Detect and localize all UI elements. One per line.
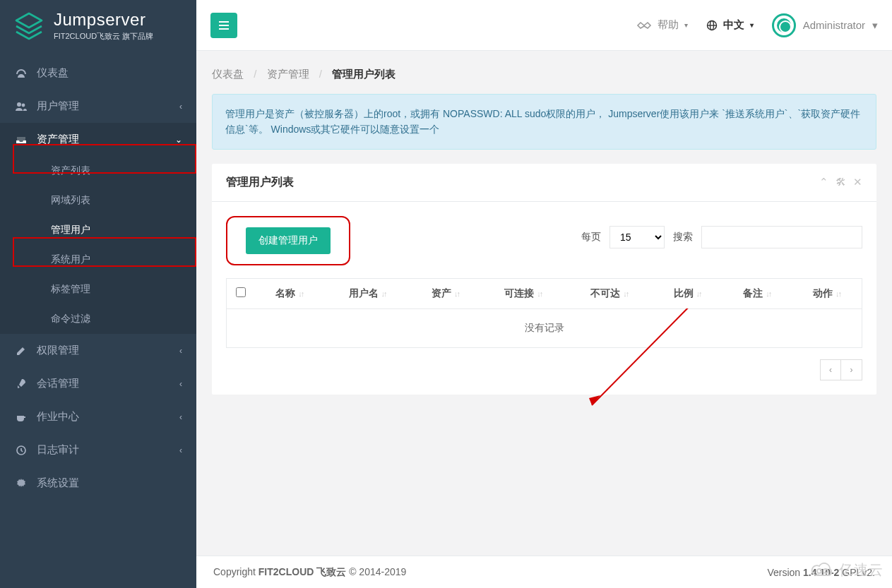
history-icon — [16, 445, 27, 456]
footer: Copyright FIT2CLOUD 飞致云 © 2014-2019 Vers… — [196, 556, 892, 588]
sidebar-item-settings[interactable]: 系统设置 — [0, 467, 196, 500]
submenu-label: 网域列表 — [51, 194, 90, 205]
submenu-asset-list[interactable]: 资产列表 — [0, 156, 196, 186]
handshake-icon — [636, 20, 652, 31]
assets-submenu: 资产列表 网域列表 管理用户 系统用户 标签管理 命令过滤 — [0, 156, 196, 334]
user-menu[interactable]: Administrator ▾ — [772, 13, 878, 37]
help-link[interactable]: 帮助 ▾ — [636, 18, 688, 32]
sort-icon: ↓↑ — [454, 289, 459, 298]
column-header[interactable]: 动作↓↑ — [792, 278, 862, 308]
sidebar-item-sessions[interactable]: 会话管理 ‹ — [0, 367, 196, 400]
gear-icon — [16, 478, 27, 489]
svg-marker-11 — [589, 395, 600, 405]
pagination: ‹ › — [226, 359, 862, 380]
sidebar-brand: Jumpserver FIT2CLOUD飞致云 旗下品牌 — [0, 0, 196, 49]
sort-icon: ↓↑ — [537, 289, 542, 298]
watermark: 亿速云 — [811, 560, 884, 580]
panel-body: 创建管理用户 每页 15 搜索 名称↓↑ 用户名↓↑ 资产↓↑ 可连接↓ — [212, 202, 876, 395]
submenu-domain-list[interactable]: 网域列表 — [0, 186, 196, 215]
column-header[interactable]: 资产↓↑ — [410, 278, 480, 308]
logo-title: Jumpserver — [54, 10, 153, 30]
chevron-left-icon: ‹ — [179, 412, 182, 422]
column-checkbox — [227, 278, 255, 308]
sort-icon: ↓↑ — [696, 289, 701, 298]
footer-copyright: Copyright FIT2CLOUD 飞致云 © 2014-2019 — [213, 566, 406, 579]
language-switch[interactable]: 中文 ▾ — [706, 18, 754, 32]
coffee-icon — [16, 412, 27, 423]
sidebar-item-dashboard[interactable]: 仪表盘 — [0, 56, 196, 90]
sort-icon: ↓↑ — [298, 289, 303, 298]
breadcrumb-item[interactable]: 仪表盘 — [212, 68, 244, 80]
sidebar-item-label: 作业中心 — [37, 410, 79, 424]
submenu-label-mgmt[interactable]: 标签管理 — [0, 275, 196, 304]
select-all-checkbox[interactable] — [236, 287, 246, 297]
sidebar-item-label: 用户管理 — [37, 100, 79, 113]
rocket-icon — [16, 378, 27, 390]
submenu-command-filter[interactable]: 命令过滤 — [0, 304, 196, 334]
sort-icon: ↓↑ — [835, 289, 840, 298]
sidebar-item-label: 资产管理 — [37, 133, 79, 146]
per-page-select[interactable]: 15 — [609, 226, 665, 248]
admin-users-table: 名称↓↑ 用户名↓↑ 资产↓↑ 可连接↓↑ 不可达↓↑ 比例↓↑ 备注↓↑ 动作… — [226, 278, 862, 348]
per-page-label: 每页 — [581, 231, 601, 244]
breadcrumb-separator: / — [254, 68, 256, 80]
breadcrumb-current: 管理用户列表 — [332, 68, 396, 80]
alert-text: 管理用户是资产（被控服务器）上的root，或拥有 NOPASSWD: ALL s… — [225, 108, 860, 135]
help-label: 帮助 — [658, 18, 679, 32]
next-page-button[interactable]: › — [841, 359, 862, 380]
svg-point-13 — [823, 569, 828, 573]
close-icon[interactable]: ✕ — [853, 176, 862, 188]
sidebar-item-label: 会话管理 — [37, 377, 79, 390]
search-input[interactable] — [701, 226, 862, 248]
svg-point-1 — [17, 102, 21, 107]
column-header[interactable]: 不可达↓↑ — [566, 278, 653, 308]
sort-icon: ↓↑ — [766, 289, 771, 298]
submenu-label: 管理用户 — [51, 224, 90, 235]
sidebar-item-label: 权限管理 — [37, 344, 79, 357]
create-admin-user-button[interactable]: 创建管理用户 — [246, 227, 331, 254]
wrench-icon[interactable]: 🛠 — [835, 176, 846, 188]
panel-header: 管理用户列表 ⌃ 🛠 ✕ — [212, 164, 876, 202]
caret-down-icon: ▾ — [872, 19, 878, 32]
collapse-icon[interactable]: ⌃ — [819, 176, 828, 188]
column-header[interactable]: 可连接↓↑ — [480, 278, 566, 308]
info-alert: 管理用户是资产（被控服务器）上的root，或拥有 NOPASSWD: ALL s… — [212, 94, 876, 150]
svg-point-2 — [22, 103, 25, 107]
dashboard-icon — [16, 68, 27, 79]
sidebar-item-perms[interactable]: 权限管理 ‹ — [0, 334, 196, 367]
language-label: 中文 — [723, 18, 744, 32]
globe-icon — [706, 20, 718, 31]
column-header[interactable]: 备注↓↑ — [722, 278, 792, 308]
submenu-label: 命令过滤 — [51, 313, 90, 324]
sidebar-item-assets[interactable]: 资产管理 ⌄ — [0, 123, 196, 156]
submenu-admin-user[interactable]: 管理用户 — [0, 215, 196, 245]
topbar: 帮助 ▾ 中文 ▾ Administrator ▾ — [196, 0, 892, 51]
sidebar-item-users[interactable]: 用户管理 ‹ — [0, 90, 196, 123]
prev-page-button[interactable]: ‹ — [820, 359, 841, 380]
user-name: Administrator — [803, 19, 865, 31]
search-label: 搜索 — [673, 231, 693, 244]
column-header[interactable]: 比例↓↑ — [653, 278, 722, 308]
sidebar-item-label: 系统设置 — [37, 476, 79, 490]
table-controls: 每页 15 搜索 — [581, 226, 862, 248]
edit-icon — [16, 345, 27, 356]
sidebar-item-jobs[interactable]: 作业中心 ‹ — [0, 400, 196, 433]
sort-icon: ↓↑ — [381, 289, 386, 298]
submenu-label: 系统用户 — [51, 253, 90, 265]
breadcrumb: 仪表盘 / 资产管理 / 管理用户列表 — [212, 64, 876, 94]
breadcrumb-item[interactable]: 资产管理 — [267, 68, 309, 80]
sidebar-toggle-button[interactable] — [210, 13, 237, 38]
column-header[interactable]: 名称↓↑ — [255, 278, 325, 308]
users-icon — [16, 101, 27, 112]
chevron-left-icon: ‹ — [179, 346, 182, 356]
chevron-left-icon: ‹ — [179, 379, 182, 389]
main-content: 仪表盘 / 资产管理 / 管理用户列表 管理用户是资产（被控服务器）上的root… — [196, 51, 892, 556]
table-empty-row: 没有记录 — [227, 308, 862, 347]
panel-admin-users: 管理用户列表 ⌃ 🛠 ✕ 创建管理用户 每页 15 搜索 — [212, 164, 876, 395]
column-header[interactable]: 用户名↓↑ — [324, 278, 410, 308]
submenu-system-user[interactable]: 系统用户 — [0, 245, 196, 275]
breadcrumb-separator: / — [319, 68, 322, 80]
watermark-text: 亿速云 — [839, 560, 884, 580]
submenu-label: 资产列表 — [51, 164, 90, 176]
sidebar-item-audit[interactable]: 日志审计 ‹ — [0, 433, 196, 467]
